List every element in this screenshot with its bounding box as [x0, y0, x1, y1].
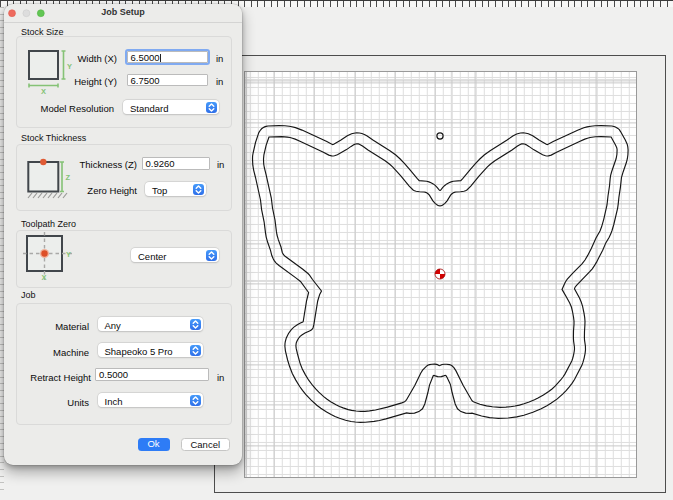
svg-text:Y: Y [66, 250, 71, 259]
svg-text:X: X [42, 273, 47, 282]
svg-text:X: X [41, 86, 46, 95]
svg-text:Z: Z [66, 173, 71, 182]
